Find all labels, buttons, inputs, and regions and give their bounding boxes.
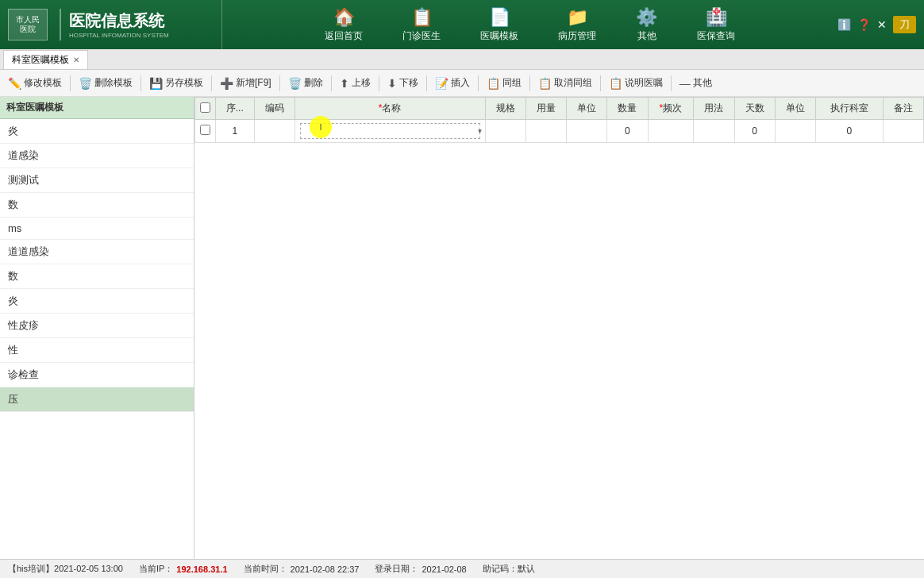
row-spec[interactable]	[485, 120, 526, 143]
sidebar-item-8[interactable]: 炎	[0, 289, 194, 314]
sidebar-item-3[interactable]: 测测试	[0, 168, 194, 193]
row-unit2[interactable]	[775, 120, 815, 143]
clinic-icon: 📋	[411, 7, 433, 28]
down-button[interactable]: ⬇ 下移	[383, 74, 423, 92]
sidebar-item-5[interactable]: ms	[0, 218, 194, 240]
name-input[interactable]	[300, 123, 480, 139]
nav-other-label: 其他	[637, 29, 656, 43]
cancel-group-label: 取消同组	[554, 76, 592, 90]
new-label: 新增[F9]	[236, 76, 271, 90]
info-icon[interactable]: ℹ️	[837, 18, 851, 31]
sidebar-item-9[interactable]: 性皮疹	[0, 314, 194, 338]
time-info: 当前时间： 2021-02-08 22:37	[244, 563, 360, 575]
sys-name-cn: 医院信息系统	[69, 10, 169, 32]
col-remark: 备注	[883, 98, 923, 120]
close-header-icon[interactable]: ✕	[877, 18, 887, 31]
main-content: 科室医嘱模板 炎 道感染 测测试 数 ms 道道感染 数 炎 性皮疹 性 诊检查…	[0, 97, 924, 559]
logo-image: 市人民医院	[16, 15, 40, 34]
tab-bar: 科室医嘱模板 ✕	[0, 49, 924, 70]
other-toolbar-label: 其他	[693, 76, 712, 90]
nav-record-label: 病历管理	[558, 29, 596, 43]
nav-insurance[interactable]: 🏥 医保查询	[685, 3, 747, 47]
row-remark[interactable]	[883, 120, 923, 143]
other-toolbar-button[interactable]: — 其他	[675, 74, 717, 92]
same-group-button[interactable]: 📋 同组	[482, 74, 526, 92]
row-qty: 0	[607, 120, 648, 143]
delete-template-button[interactable]: 🗑️ 删除模板	[74, 74, 137, 92]
up-icon: ⬆	[340, 77, 349, 90]
sidebar-header: 科室医嘱模板	[0, 97, 194, 119]
up-button[interactable]: ⬆ 上移	[335, 74, 375, 92]
row-freq[interactable]	[648, 120, 694, 143]
sep5	[331, 75, 332, 91]
row-exec-dept: 0	[816, 120, 884, 143]
ip-info: 当前IP： 192.168.31.1	[139, 563, 228, 575]
explain-button[interactable]: 📋 说明医嘱	[604, 74, 668, 92]
sep11	[671, 75, 672, 91]
insurance-icon: 🏥	[706, 7, 727, 28]
new-button[interactable]: ➕ 新增[F9]	[215, 74, 276, 92]
sep3	[211, 75, 212, 91]
table-body: 1 ▼ 0 0 0	[195, 120, 924, 143]
save-as-icon: 💾	[149, 77, 163, 90]
modify-template-button[interactable]: ✏️ 修改模板	[3, 74, 67, 92]
sidebar-item-4[interactable]: 数	[0, 193, 194, 218]
table-row: 1 ▼ 0 0 0	[195, 120, 924, 143]
sidebar-item-7[interactable]: 数	[0, 264, 194, 289]
col-usage: 用量	[526, 98, 566, 120]
help-icon[interactable]: ❓	[857, 18, 871, 31]
col-unit: 单位	[567, 98, 607, 120]
sidebar-item-10[interactable]: 性	[0, 338, 194, 363]
row-check-cell	[195, 120, 216, 143]
insert-label: 插入	[451, 76, 470, 90]
down-icon: ⬇	[387, 77, 397, 90]
col-seq: 序...	[216, 98, 255, 120]
user-badge: 刀	[893, 16, 916, 33]
sep9	[529, 75, 530, 91]
sidebar-item-11[interactable]: 诊检查	[0, 363, 194, 387]
row-name-cell[interactable]: ▼	[295, 120, 485, 143]
logo-sys: 医院信息系统 HOSPITAL INFOMATION SYSTEM	[69, 10, 169, 39]
insert-button[interactable]: 📝 插入	[430, 74, 475, 92]
sidebar-item-6[interactable]: 道道感染	[0, 240, 194, 264]
sep10	[600, 75, 601, 91]
save-as-label: 另存模板	[165, 76, 203, 90]
header: 市人民医院 医院信息系统 HOSPITAL INFOMATION SYSTEM …	[0, 0, 924, 49]
nav-insurance-label: 医保查询	[697, 29, 735, 43]
col-check	[195, 98, 216, 120]
row-usage[interactable]	[526, 120, 566, 143]
row-method[interactable]	[694, 120, 734, 143]
sidebar-item-12[interactable]: 压	[0, 387, 194, 412]
cancel-group-button[interactable]: 📋 取消同组	[533, 74, 597, 92]
ip-value: 192.168.31.1	[176, 565, 227, 574]
tab-close-icon[interactable]: ✕	[73, 56, 79, 64]
nav-clinic[interactable]: 📋 门诊医生	[391, 3, 452, 47]
ip-label: 当前IP：	[139, 563, 173, 575]
sidebar-item-1[interactable]: 炎	[0, 119, 194, 144]
nav-other[interactable]: ⚙️ 其他	[624, 3, 669, 47]
col-exec-dept: 执行科室	[816, 98, 884, 120]
sidebar-item-2[interactable]: 道感染	[0, 144, 194, 168]
login-date-label: 登录日期：	[375, 563, 418, 575]
insert-icon: 📝	[435, 77, 449, 90]
nav-record[interactable]: 📁 病历管理	[546, 3, 608, 47]
train-info-text: 【his培训】2021-02-05 13:00	[8, 563, 123, 575]
del-label: 删除	[304, 76, 323, 90]
delete-icon: 🗑️	[79, 77, 92, 90]
modify-icon: ✏️	[8, 77, 21, 90]
select-all-checkbox[interactable]	[200, 102, 210, 113]
tab-ke-template[interactable]: 科室医嘱模板 ✕	[3, 50, 88, 69]
nav-home[interactable]: 🏠 返回首页	[313, 3, 375, 47]
row-checkbox[interactable]	[200, 125, 210, 135]
cancel-group-icon: 📋	[538, 77, 552, 90]
tab-label: 科室医嘱模板	[12, 53, 69, 67]
same-group-label: 同组	[502, 76, 522, 90]
train-info: 【his培训】2021-02-05 13:00	[8, 563, 123, 575]
dropdown-arrow-icon: ▼	[477, 128, 483, 135]
nav-template[interactable]: 📄 医嘱模板	[468, 3, 530, 47]
delete-row-button[interactable]: 🗑️ 删除	[283, 74, 328, 92]
delete-label: 删除模板	[94, 76, 133, 90]
row-unit[interactable]	[567, 120, 607, 143]
row-code[interactable]	[254, 120, 295, 143]
save-as-button[interactable]: 💾 另存模板	[144, 74, 208, 92]
